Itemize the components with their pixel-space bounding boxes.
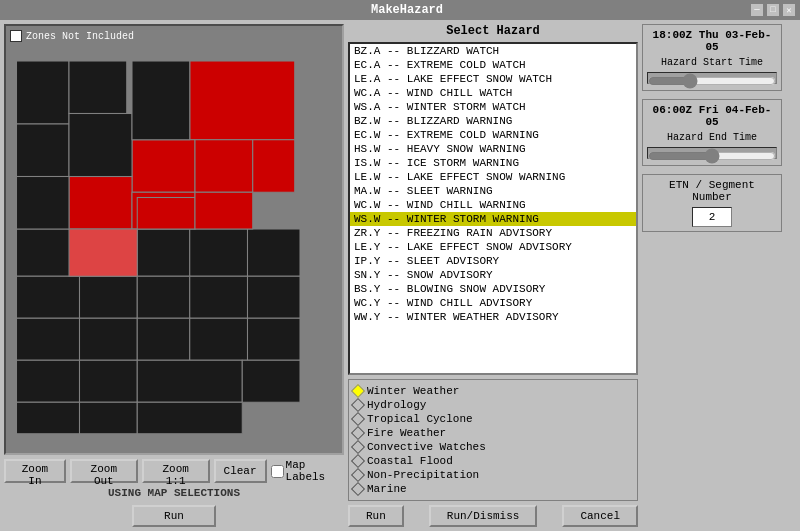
category-item[interactable]: Tropical Cyclone (353, 412, 633, 426)
hazard-item[interactable]: HS.W -- HEAVY SNOW WARNING (350, 142, 636, 156)
category-label: Winter Weather (367, 385, 459, 397)
radio-diamond-icon (351, 440, 365, 454)
map-svg[interactable] (6, 26, 342, 453)
category-item[interactable]: Non-Precipitation (353, 468, 633, 482)
zoom-in-button[interactable]: Zoom In (4, 459, 66, 483)
hazard-item[interactable]: WC.A -- WIND CHILL WATCH (350, 86, 636, 100)
clear-button[interactable]: Clear (214, 459, 267, 483)
svg-rect-17 (137, 360, 242, 402)
hazard-item[interactable]: WS.A -- WINTER STORM WATCH (350, 100, 636, 114)
start-time-box: 18:00Z Thu 03-Feb-05 Hazard Start Time (642, 24, 782, 91)
radio-diamond-icon (351, 426, 365, 440)
hazard-item[interactable]: ZR.Y -- FREEZING RAIN ADVISORY (350, 226, 636, 240)
zones-label: Zones Not Included (10, 30, 134, 42)
map-labels-check[interactable]: Map Labels (271, 459, 344, 483)
hazard-item[interactable]: LE.Y -- LAKE EFFECT SNOW ADVISORY (350, 240, 636, 254)
svg-rect-18 (242, 360, 300, 402)
category-label: Convective Watches (367, 441, 486, 453)
cancel-button[interactable]: Cancel (562, 505, 638, 527)
svg-rect-19 (17, 402, 80, 434)
category-label: Fire Weather (367, 427, 446, 439)
hazard-item[interactable]: LE.A -- LAKE EFFECT SNOW WATCH (350, 72, 636, 86)
hazard-item[interactable]: SN.Y -- SNOW ADVISORY (350, 268, 636, 282)
svg-rect-2 (137, 229, 190, 276)
radio-diamond-icon (351, 384, 365, 398)
svg-rect-22 (190, 61, 295, 140)
close-button[interactable]: ✕ (782, 3, 796, 17)
category-label: Tropical Cyclone (367, 413, 473, 425)
hazard-item[interactable]: MA.W -- SLEET WARNING (350, 184, 636, 198)
hazard-item[interactable]: BS.Y -- BLOWING SNOW ADVISORY (350, 282, 636, 296)
hazard-listbox[interactable]: BZ.A -- BLIZZARD WATCHEC.A -- EXTREME CO… (348, 42, 638, 375)
etn-box: ETN / Segment Number (642, 174, 782, 232)
end-time-slider[interactable] (647, 147, 777, 159)
radio-diamond-icon (351, 412, 365, 426)
svg-rect-13 (190, 318, 248, 360)
zones-text: Zones Not Included (26, 31, 134, 42)
map-controls: Zoom In Zoom Out Zoom 1:1 Clear Map Labe… (4, 459, 344, 483)
svg-rect-29 (137, 198, 195, 230)
svg-rect-26 (69, 177, 132, 230)
hazard-item[interactable]: EC.A -- EXTREME COLD WATCH (350, 58, 636, 72)
end-slider-input[interactable] (648, 148, 776, 164)
start-time-slider[interactable] (647, 72, 777, 84)
map-labels-text: Map Labels (286, 459, 344, 483)
category-item[interactable]: Winter Weather (353, 384, 633, 398)
svg-rect-9 (248, 276, 301, 318)
hazard-item[interactable]: WS.W -- WINTER STORM WARNING (350, 212, 636, 226)
run-bottom-button[interactable]: Run (348, 505, 404, 527)
end-time-box: 06:00Z Fri 04-Feb-05 Hazard End Time (642, 99, 782, 166)
start-time-label: Hazard Start Time (647, 57, 777, 68)
hazard-item[interactable]: IS.W -- ICE STORM WARNING (350, 156, 636, 170)
hazard-item[interactable]: BZ.A -- BLIZZARD WATCH (350, 44, 636, 58)
radio-diamond-icon (351, 454, 365, 468)
zoom-out-button[interactable]: Zoom Out (70, 459, 138, 483)
start-slider-input[interactable] (648, 73, 776, 89)
map-labels-checkbox[interactable] (271, 465, 284, 478)
zones-checkbox[interactable] (10, 30, 22, 42)
hazard-item[interactable]: LE.W -- LAKE EFFECT SNOW WARNING (350, 170, 636, 184)
category-item[interactable]: Convective Watches (353, 440, 633, 454)
category-item[interactable]: Fire Weather (353, 426, 633, 440)
window-title: MakeHazard (371, 3, 443, 17)
svg-rect-6 (80, 276, 138, 318)
svg-rect-36 (132, 61, 190, 140)
run-button[interactable]: Run (132, 505, 216, 527)
svg-rect-32 (17, 124, 70, 177)
category-item[interactable]: Coastal Flood (353, 454, 633, 468)
map-area[interactable]: Zones Not Included (4, 24, 344, 455)
svg-rect-12 (137, 318, 190, 360)
end-time-label: Hazard End Time (647, 132, 777, 143)
maximize-button[interactable]: □ (766, 3, 780, 17)
etn-input[interactable] (692, 207, 732, 227)
category-label: Non-Precipitation (367, 469, 479, 481)
window-controls[interactable]: ─ □ ✕ (750, 3, 796, 17)
svg-rect-35 (69, 114, 132, 177)
radio-diamond-icon (351, 468, 365, 482)
right-panel: 18:00Z Thu 03-Feb-05 Hazard Start Time 0… (642, 24, 782, 527)
zoom-1-1-button[interactable]: Zoom 1:1 (142, 459, 210, 483)
title-bar: MakeHazard ─ □ ✕ (0, 0, 800, 20)
hazard-item[interactable]: WW.Y -- WINTER WEATHER ADVISORY (350, 310, 636, 324)
svg-rect-16 (80, 360, 138, 402)
svg-rect-33 (17, 177, 70, 230)
minimize-button[interactable]: ─ (750, 3, 764, 17)
hazard-item[interactable]: WC.W -- WIND CHILL WARNING (350, 198, 636, 212)
svg-rect-34 (69, 61, 127, 114)
hazard-item[interactable]: IP.Y -- SLEET ADVISORY (350, 254, 636, 268)
category-item[interactable]: Marine (353, 482, 633, 496)
svg-rect-30 (195, 192, 253, 229)
hazard-item[interactable]: EC.W -- EXTREME COLD WARNING (350, 128, 636, 142)
svg-rect-23 (132, 140, 195, 193)
hazard-item[interactable]: WC.Y -- WIND CHILL ADVISORY (350, 296, 636, 310)
category-item[interactable]: Hydrology (353, 398, 633, 412)
svg-rect-8 (190, 276, 248, 318)
hazard-item[interactable]: BZ.W -- BLIZZARD WARNING (350, 114, 636, 128)
svg-rect-15 (17, 360, 80, 402)
run-dismiss-button[interactable]: Run/Dismiss (429, 505, 538, 527)
start-time-value: 18:00Z Thu 03-Feb-05 (647, 29, 777, 53)
svg-rect-20 (80, 402, 138, 434)
svg-rect-21 (137, 402, 242, 434)
radio-diamond-icon (351, 482, 365, 496)
end-time-value: 06:00Z Fri 04-Feb-05 (647, 104, 777, 128)
